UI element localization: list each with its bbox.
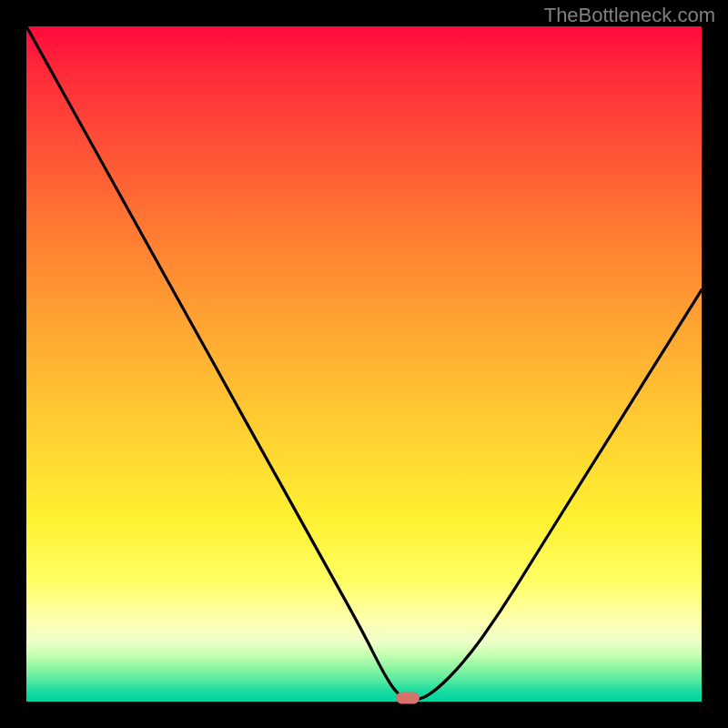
curve-path — [26, 26, 702, 700]
bottleneck-curve — [26, 26, 702, 702]
watermark-text: TheBottleneck.com — [544, 4, 715, 27]
chart-plot-area — [26, 26, 702, 702]
optimal-marker — [396, 692, 420, 703]
